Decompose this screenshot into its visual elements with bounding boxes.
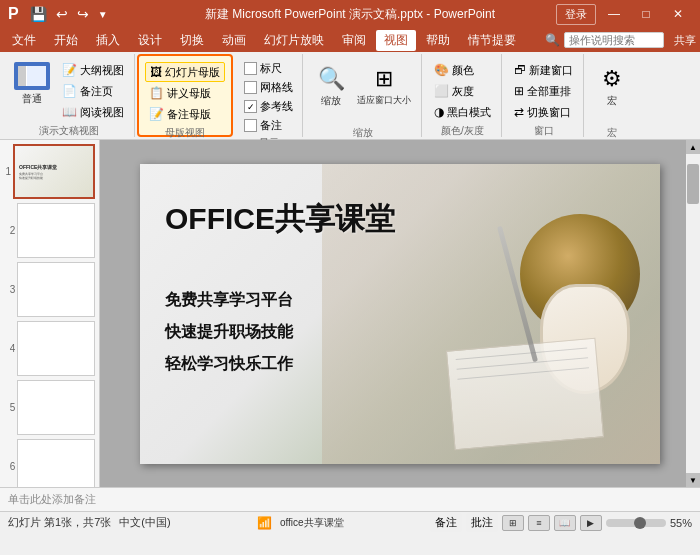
btn-outline-view[interactable]: 📝 大纲视图	[58, 60, 128, 80]
minimize-button[interactable]: —	[600, 3, 628, 25]
notes-master-icon: 📝	[149, 107, 164, 121]
menu-start[interactable]: 开始	[46, 30, 86, 51]
scroll-track[interactable]	[686, 154, 700, 473]
scroll-up[interactable]: ▲	[686, 140, 700, 154]
zoom-slider[interactable]	[606, 519, 666, 527]
slide-row-3: 3	[4, 262, 95, 317]
outline-icon: 📝	[62, 63, 77, 77]
slide-num-5: 5	[4, 402, 15, 413]
check-gridlines[interactable]: 网格线	[241, 79, 296, 96]
network-icon: 📶	[257, 516, 272, 530]
slide-thumb-6[interactable]	[17, 439, 95, 487]
slide-num-1: 1	[4, 166, 11, 177]
outline-view-button[interactable]: ≡	[528, 515, 550, 531]
quick-access-toolbar: 💾 ↩ ↪ ▼	[27, 6, 111, 22]
title-bar-left: P 💾 ↩ ↪ ▼	[8, 5, 111, 23]
btn-color[interactable]: 🎨 颜色	[430, 60, 495, 80]
btn-notes-master[interactable]: 📝 备注母版	[145, 104, 225, 124]
slide-row-1: 1 OFFICE共享课堂 免费共享学习平台快速提升职场技能	[4, 144, 95, 199]
macro-icon: ⚙	[602, 66, 622, 92]
group-content-master: 🖼 幻灯片母版 📋 讲义母版 📝 备注母版	[145, 58, 225, 124]
check-ruler[interactable]: 标尺	[241, 60, 296, 77]
notes-bar[interactable]: 单击此处添加备注	[0, 487, 700, 511]
scroll-thumb[interactable]	[687, 164, 699, 204]
slide-row-4: 4	[4, 321, 95, 376]
menu-slideshow[interactable]: 幻灯片放映	[256, 30, 332, 51]
btn-blackwhite[interactable]: ◑ 黑白模式	[430, 102, 495, 122]
normal-label: 普通	[22, 92, 42, 106]
check-guides[interactable]: ✓ 参考线	[241, 98, 296, 115]
btn-arrange-all[interactable]: ⊞ 全部重排	[510, 81, 577, 101]
new-window-icon: 🗗	[514, 63, 526, 77]
zoom-thumb[interactable]	[634, 517, 646, 529]
search-input[interactable]	[564, 32, 664, 48]
notes-checkbox[interactable]	[244, 119, 257, 132]
slide-thumb-1[interactable]: OFFICE共享课堂 免费共享学习平台快速提升职场技能	[13, 144, 95, 199]
slide-thumb-3[interactable]	[17, 262, 95, 317]
maximize-button[interactable]: □	[632, 3, 660, 25]
bw-icon: ◑	[434, 105, 444, 119]
check-notes[interactable]: 备注	[241, 117, 296, 134]
slide-row-6: 6	[4, 439, 95, 487]
slide-thumb-2[interactable]	[17, 203, 95, 258]
thumb-content-1: OFFICE共享课堂 免费共享学习平台快速提升职场技能	[15, 146, 93, 197]
menu-review[interactable]: 审阅	[334, 30, 374, 51]
group-macros: ⚙ 宏 宏	[586, 54, 638, 137]
btn-handout-master[interactable]: 📋 讲义母版	[145, 83, 225, 103]
app-logo: P	[8, 5, 19, 23]
menu-help[interactable]: 帮助	[418, 30, 458, 51]
scroll-down[interactable]: ▼	[686, 473, 700, 487]
btn-grayscale[interactable]: ⬜ 灰度	[430, 81, 495, 101]
redo-icon[interactable]: ↪	[74, 6, 92, 22]
undo-icon[interactable]: ↩	[53, 6, 71, 22]
normal-view-button[interactable]: ⊞	[502, 515, 524, 531]
menu-transition[interactable]: 切换	[172, 30, 212, 51]
vertical-scrollbar[interactable]: ▲ ▼	[686, 140, 700, 487]
btn-reading-view[interactable]: 📖 阅读视图	[58, 102, 128, 122]
notes-placeholder: 单击此处添加备注	[8, 492, 96, 507]
subtitle-line-1: 免费共享学习平台	[165, 284, 293, 316]
slideshow-view-button[interactable]: ▶	[580, 515, 602, 531]
slide-thumb-4[interactable]	[17, 321, 95, 376]
subtitle-line-3: 轻松学习快乐工作	[165, 348, 293, 380]
gridlines-checkbox[interactable]	[244, 81, 257, 94]
save-icon[interactable]: 💾	[27, 6, 50, 22]
menu-view[interactable]: 视图	[376, 30, 416, 51]
btn-slide-master[interactable]: 🖼 幻灯片母版	[145, 62, 225, 82]
zoom-icon: 🔍	[318, 66, 345, 92]
slide-thumb-5[interactable]	[17, 380, 95, 435]
btn-fit-window[interactable]: ⊞ 适应窗口大小	[353, 60, 415, 124]
comments-button[interactable]: 批注	[466, 513, 498, 532]
customize-icon[interactable]: ▼	[95, 9, 111, 20]
slide-canvas[interactable]: OFFICE共享课堂 免费共享学习平台 快速提升职场技能 轻松学习快乐工作	[140, 164, 660, 464]
notes-button[interactable]: 备注	[430, 513, 462, 532]
menu-design[interactable]: 设计	[130, 30, 170, 51]
zoom-level: 55%	[670, 517, 692, 529]
btn-normal-view[interactable]: 普通	[10, 60, 54, 108]
reading-view-button[interactable]: 📖	[554, 515, 576, 531]
btn-notes-page[interactable]: 📄 备注页	[58, 81, 128, 101]
menu-storyboard[interactable]: 情节提要	[460, 30, 524, 51]
slide-row-5: 5	[4, 380, 95, 435]
thumb-sub-1: 免费共享学习平台快速提升职场技能	[19, 172, 43, 180]
login-button[interactable]: 登录	[556, 4, 596, 25]
btn-new-window[interactable]: 🗗 新建窗口	[510, 60, 577, 80]
guides-checkbox[interactable]: ✓	[244, 100, 257, 113]
group-content-show: 标尺 网格线 ✓ 参考线 备注	[241, 56, 296, 134]
btn-macros[interactable]: ⚙ 宏	[592, 60, 632, 124]
slide-panel: 1 OFFICE共享课堂 免费共享学习平台快速提升职场技能 2 3 4 5	[0, 140, 100, 487]
btn-switch-window[interactable]: ⇄ 切换窗口	[510, 102, 577, 122]
share-button[interactable]: 共享	[674, 33, 696, 48]
menu-insert[interactable]: 插入	[88, 30, 128, 51]
fit-icon: ⊞	[375, 66, 393, 92]
btn-zoom[interactable]: 🔍 缩放	[311, 60, 351, 124]
brand-text: office共享课堂	[280, 516, 344, 530]
group-title-master: 母版视图	[145, 124, 225, 140]
close-button[interactable]: ✕	[664, 3, 692, 25]
switch-icon: ⇄	[514, 105, 524, 119]
menu-file[interactable]: 文件	[4, 30, 44, 51]
menu-animation[interactable]: 动画	[214, 30, 254, 51]
title-bar-text: 新建 Microsoft PowerPoint 演示文稿.pptx - Powe…	[205, 7, 495, 21]
ruler-checkbox[interactable]	[244, 62, 257, 75]
group-window: 🗗 新建窗口 ⊞ 全部重排 ⇄ 切换窗口 窗口	[504, 54, 584, 137]
